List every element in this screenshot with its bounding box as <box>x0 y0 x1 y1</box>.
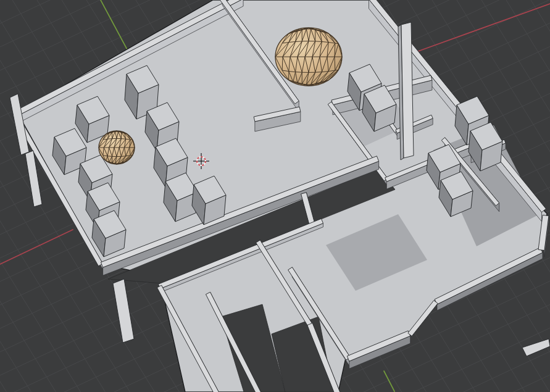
viewport-canvas[interactable] <box>0 0 550 392</box>
icosphere-small[interactable] <box>99 131 135 164</box>
icosphere-large[interactable] <box>275 28 342 86</box>
blender-3d-viewport[interactable] <box>0 0 550 392</box>
